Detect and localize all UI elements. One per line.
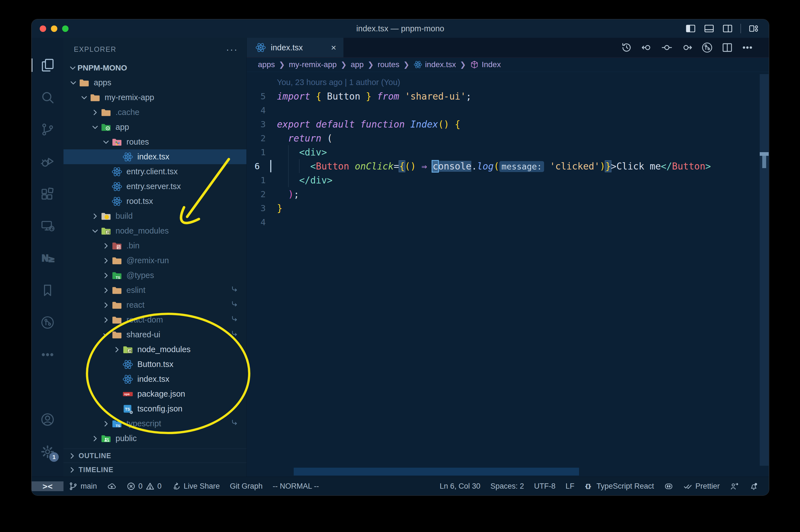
activitybar-run-debug-icon[interactable]: [40, 154, 55, 169]
chevron-right-icon[interactable]: [101, 241, 111, 251]
status-problems[interactable]: 00: [121, 482, 167, 491]
timeline-history-icon[interactable]: [621, 42, 632, 53]
tree-item-node-modules[interactable]: JSnode_modules: [63, 342, 246, 357]
breadcrumb-item-my-remix-app[interactable]: my-remix-app: [289, 60, 337, 69]
status-eol[interactable]: LF: [560, 482, 579, 491]
chevron-right-icon[interactable]: [112, 345, 122, 355]
status-formatter[interactable]: Prettier: [678, 482, 725, 491]
chevron-right-icon[interactable]: [101, 300, 111, 310]
vertical-scrollbar[interactable]: [759, 72, 769, 477]
tree-item-app[interactable]: app: [63, 120, 246, 135]
tree-item--types[interactable]: TS@types: [63, 268, 246, 283]
breadcrumb-item-apps[interactable]: apps: [258, 60, 275, 69]
tree-item--bin[interactable]: 0110.bin: [63, 238, 246, 253]
titlebar[interactable]: index.tsx — pnpm-mono: [32, 19, 769, 38]
status-indentation[interactable]: Spaces: 2: [485, 482, 529, 491]
sidebar-section-timeline[interactable]: TIMELINE: [63, 463, 246, 477]
tree-item-react-dom[interactable]: react-dom: [63, 312, 246, 327]
activitybar-gitlens-icon[interactable]: [40, 315, 55, 330]
tree-item-shared-ui[interactable]: shared-ui: [63, 327, 246, 342]
tree-item-node-modules[interactable]: JSnode_modules: [63, 224, 246, 238]
layout-left-icon[interactable]: [685, 23, 696, 34]
breadcrumb-item-routes[interactable]: routes: [378, 60, 399, 69]
activitybar-extensions-icon[interactable]: [40, 187, 55, 201]
explorer-actions-button[interactable]: ···: [226, 48, 238, 51]
activitybar-more-icon[interactable]: [40, 347, 55, 362]
breadcrumb-item-index[interactable]: Index: [470, 60, 501, 69]
chevron-right-icon[interactable]: [101, 315, 111, 325]
sidebar-section-outline[interactable]: OUTLINE: [63, 449, 246, 463]
activitybar-explorer-icon[interactable]: [40, 58, 55, 73]
status-feedback[interactable]: [725, 482, 744, 491]
status-live-share[interactable]: Live Share: [167, 482, 225, 491]
current-change-icon[interactable]: [661, 42, 673, 53]
activitybar-account-icon[interactable]: [40, 412, 55, 427]
activitybar-settings-icon[interactable]: 1: [40, 444, 55, 459]
minimize-window-button[interactable]: [51, 25, 57, 32]
close-window-button[interactable]: [40, 25, 46, 32]
tree-item--cache[interactable]: .cache: [63, 105, 246, 120]
tree-item-apps[interactable]: apps: [63, 75, 246, 90]
tree-item-react[interactable]: react: [63, 298, 246, 312]
file-history-icon[interactable]: [701, 42, 713, 53]
tree-item--remix-run[interactable]: @remix-run: [63, 253, 246, 268]
activitybar-source-control-icon[interactable]: [40, 122, 55, 137]
tree-item-routes[interactable]: routes: [63, 135, 246, 149]
activitybar-remote-explorer-icon[interactable]: [40, 219, 55, 233]
tree-item-index-tsx[interactable]: index.tsx: [63, 149, 246, 164]
chevron-down-icon[interactable]: [69, 78, 78, 88]
tree-item-index-tsx[interactable]: index.tsx: [63, 372, 246, 386]
chevron-right-icon[interactable]: [101, 286, 111, 295]
chevron-down-icon[interactable]: [90, 122, 100, 132]
horizontal-scrollbar[interactable]: [294, 468, 579, 475]
tree-item-public[interactable]: public: [63, 431, 246, 446]
activitybar-nx-console-icon[interactable]: N≥: [40, 251, 55, 265]
tree-item-tsconfig-json[interactable]: TStsconfig.json: [63, 401, 246, 416]
more-actions-icon[interactable]: [742, 42, 753, 53]
chevron-right-icon[interactable]: [90, 211, 100, 221]
chevron-right-icon[interactable]: [90, 108, 100, 117]
tree-item-build[interactable]: build: [63, 209, 246, 224]
status-language-mode[interactable]: {}TypeScript React: [579, 482, 659, 491]
breadcrumb-item-index-tsx[interactable]: index.tsx: [414, 60, 456, 69]
tree-item-eslint[interactable]: eslint: [63, 283, 246, 298]
status-git-branch[interactable]: main: [63, 482, 102, 491]
layout-right-icon[interactable]: [722, 23, 733, 34]
tree-item-package-json[interactable]: npmpackage.json: [63, 386, 246, 401]
chevron-right-icon[interactable]: [101, 419, 111, 429]
zoom-window-button[interactable]: [62, 25, 69, 32]
status-sync-changes[interactable]: [102, 482, 121, 491]
status-notifications[interactable]: [744, 482, 763, 491]
previous-change-icon[interactable]: [641, 42, 653, 53]
activitybar-bookmarks-icon[interactable]: [40, 283, 55, 298]
status-copilot[interactable]: [659, 482, 678, 491]
status-git-graph[interactable]: Git Graph: [225, 482, 268, 491]
tree-item-root-tsx[interactable]: root.tsx: [63, 194, 246, 209]
chevron-down-icon[interactable]: [101, 137, 111, 147]
chevron-down-icon[interactable]: [101, 330, 111, 340]
layout-panel-icon[interactable]: [704, 23, 715, 34]
project-root-row[interactable]: PNPM-MONO: [63, 61, 246, 75]
chevron-down-icon[interactable]: [90, 226, 100, 236]
tree-item-entry-server-tsx[interactable]: entry.server.tsx: [63, 179, 246, 194]
status-encoding[interactable]: UTF-8: [529, 482, 560, 491]
close-tab-icon[interactable]: ×: [331, 42, 336, 53]
status-cursor-position[interactable]: Ln 6, Col 30: [435, 482, 485, 491]
tree-item-typescript[interactable]: TStypescript: [63, 416, 246, 431]
next-change-icon[interactable]: [681, 42, 693, 53]
status-vim-mode[interactable]: -- NORMAL --: [268, 482, 324, 491]
tree-item-button-tsx[interactable]: Button.tsx: [63, 357, 246, 372]
split-editor-icon[interactable]: [721, 42, 733, 53]
tree-item-entry-client-tsx[interactable]: entry.client.tsx: [63, 164, 246, 179]
layout-custom-icon[interactable]: [748, 23, 759, 34]
breadcrumb-item-app[interactable]: app: [350, 60, 364, 69]
activitybar-search-icon[interactable]: [40, 90, 55, 104]
code-editor[interactable]: You, 23 hours ago | 1 author (You)5impor…: [247, 72, 769, 477]
chevron-right-icon[interactable]: [90, 434, 100, 443]
tab-index-tsx[interactable]: index.tsx ×: [247, 38, 344, 57]
tree-item-my-remix-app[interactable]: my-remix-app: [63, 90, 246, 105]
remote-indicator[interactable]: ><: [32, 481, 63, 491]
chevron-right-icon[interactable]: [101, 271, 111, 280]
chevron-right-icon[interactable]: [101, 256, 111, 265]
vertical-scrollbar-slider[interactable]: [760, 74, 769, 466]
